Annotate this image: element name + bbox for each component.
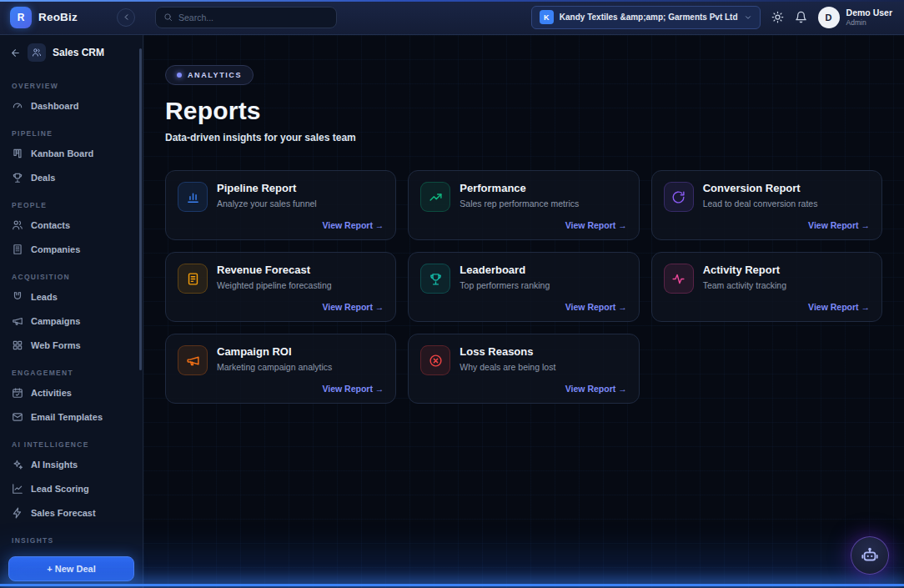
sidebar-item-activities[interactable]: Activities (0, 380, 143, 405)
sidebar-item-ai-insights[interactable]: AI Insights (0, 452, 143, 476)
card-subtitle: Top performers ranking (460, 280, 550, 290)
company-selector[interactable]: K Kandy Textiles &amp;amp; Garments Pvt … (531, 6, 761, 29)
view-report-link[interactable]: View Report → (322, 220, 384, 230)
sidebar-item-leads[interactable]: Leads (0, 284, 143, 309)
sidebar-item-contacts[interactable]: Contacts (0, 213, 143, 237)
card-text: Campaign ROI Marketing campaign analytic… (217, 345, 332, 375)
sun-icon (771, 11, 784, 23)
view-report-link[interactable]: View Report → (808, 302, 870, 312)
card-header: Loss Reasons Why deals are being lost (420, 345, 626, 375)
theme-toggle-button[interactable] (771, 11, 784, 23)
view-report-link[interactable]: View Report → (565, 220, 627, 230)
module-title: Sales CRM (53, 47, 104, 58)
card-leaderboard[interactable]: Leaderboard Top performers ranking View … (408, 252, 639, 322)
view-report-link[interactable]: View Report → (565, 302, 627, 312)
new-deal-button[interactable]: + New Deal (8, 556, 134, 581)
activity-pulse-icon (664, 264, 694, 294)
item-label: Campaigns (31, 316, 80, 326)
item-label: Leads (31, 292, 58, 302)
section-label: PEOPLE (0, 198, 143, 213)
item-label: Kanban Board (31, 148, 93, 158)
top-header: R ReoBiz K Kandy Textiles &amp;amp; Garm… (0, 0, 904, 35)
card-title: Activity Report (703, 264, 786, 278)
sidebar-item-web-forms[interactable]: Web Forms (0, 333, 143, 357)
campaign-megaphone-icon (178, 345, 208, 375)
report-cards-grid: Pipeline Report Analyze your sales funne… (165, 170, 882, 404)
search-bar[interactable] (155, 7, 337, 28)
arrow-left-icon (10, 48, 21, 58)
item-label: Email Templates (31, 412, 103, 422)
section-label: PIPELINE (0, 126, 143, 141)
section-label: ACQUISITION (0, 269, 143, 284)
search-input[interactable] (178, 13, 329, 23)
item-label: Dashboard (31, 101, 78, 111)
item-label: AI Insights (31, 460, 78, 470)
sidebar-header: Sales CRM (0, 35, 143, 70)
view-report-link[interactable]: View Report → (322, 302, 384, 312)
view-report-link[interactable]: View Report → (808, 220, 870, 230)
card-loss-reasons[interactable]: Loss Reasons Why deals are being lost Vi… (408, 334, 639, 404)
main-content: ANALYTICS Reports Data-driven insights f… (143, 35, 904, 588)
user-menu[interactable]: D Demo User Admin (818, 7, 892, 28)
card-header: Campaign ROI Marketing campaign analytic… (178, 345, 384, 375)
analytics-badge: ANALYTICS (165, 65, 254, 85)
page-body: Sales CRM OVERVIEW Dashboard PIPELINE Ka… (0, 35, 904, 588)
card-title: Performance (460, 182, 579, 196)
magnet-icon (12, 291, 23, 303)
crm-module-icon (28, 43, 46, 62)
sidebar-item-dashboard[interactable]: Dashboard (0, 93, 143, 118)
sidebar-item-companies[interactable]: Companies (0, 237, 143, 261)
nav-section-ai-intelligence: AI INTELLIGENCE AI Insights Lead Scoring… (0, 437, 143, 525)
sidebar-item-email-templates[interactable]: Email Templates (0, 405, 143, 429)
card-conversion-report[interactable]: Conversion Report Lead to deal conversio… (651, 170, 882, 240)
section-label: OVERVIEW (0, 78, 143, 93)
card-performance[interactable]: Performance Sales rep performance metric… (408, 170, 639, 240)
sidebar-item-sales-forecast[interactable]: Sales Forecast (0, 500, 143, 525)
notifications-button[interactable] (795, 11, 807, 23)
sidebar-item-lead-scoring[interactable]: Lead Scoring (0, 476, 143, 500)
card-revenue-forecast[interactable]: Revenue Forecast Weighted pipeline forec… (165, 252, 396, 322)
chart-line-icon (12, 483, 23, 495)
company-name: Kandy Textiles &amp;amp; Garments Pvt Lt… (560, 13, 738, 22)
search-icon (163, 13, 173, 22)
item-label: Lead Scoring (31, 484, 89, 494)
sidebar-footer: + New Deal (0, 550, 143, 588)
sidebar-scrollbar[interactable] (139, 48, 142, 370)
badge-dot-icon (177, 73, 182, 78)
chat-assistant-button[interactable] (851, 536, 889, 575)
user-role: Admin (846, 18, 892, 27)
calendar-icon (12, 387, 23, 399)
page-subtitle: Data-driven insights for your sales team (165, 132, 882, 143)
card-campaign-roi[interactable]: Campaign ROI Marketing campaign analytic… (165, 334, 396, 404)
sidebar-item-campaigns[interactable]: Campaigns (0, 309, 143, 333)
sidebar-nav: OVERVIEW Dashboard PIPELINE Kanban Board (0, 70, 143, 550)
section-label: INSIGHTS (0, 533, 143, 548)
card-activity-report[interactable]: Activity Report Team activity tracking V… (651, 252, 882, 322)
grid-icon (12, 339, 23, 351)
reobiz-logo[interactable]: R (10, 7, 32, 28)
view-report-link[interactable]: View Report → (565, 384, 627, 394)
app-root: R ReoBiz K Kandy Textiles &amp;amp; Garm… (0, 0, 904, 588)
card-text: Pipeline Report Analyze your sales funne… (217, 182, 317, 212)
back-button[interactable] (10, 48, 21, 58)
sidebar-item-kanban-board[interactable]: Kanban Board (0, 141, 143, 165)
card-title: Conversion Report (703, 182, 818, 196)
section-label: AI INTELLIGENCE (0, 437, 143, 452)
trophy-icon (12, 172, 23, 183)
card-pipeline-report[interactable]: Pipeline Report Analyze your sales funne… (165, 170, 396, 240)
sidebar-collapse-button[interactable] (117, 8, 135, 27)
nav-section-overview: OVERVIEW Dashboard (0, 78, 143, 118)
view-report-link[interactable]: View Report → (322, 384, 384, 394)
nav-section-insights: INSIGHTS (0, 533, 143, 548)
sidebar-item-deals[interactable]: Deals (0, 165, 143, 189)
conversion-refresh-icon (664, 182, 694, 212)
card-header: Leaderboard Top performers ranking (420, 264, 626, 294)
item-label: Contacts (31, 220, 70, 230)
card-title: Revenue Forecast (217, 264, 332, 278)
building-icon (12, 244, 23, 255)
card-header: Revenue Forecast Weighted pipeline forec… (178, 264, 384, 294)
megaphone-icon (12, 315, 23, 327)
sparkles-icon (12, 459, 23, 470)
card-text: Conversion Report Lead to deal conversio… (703, 182, 818, 212)
card-subtitle: Lead to deal conversion rates (703, 199, 818, 209)
